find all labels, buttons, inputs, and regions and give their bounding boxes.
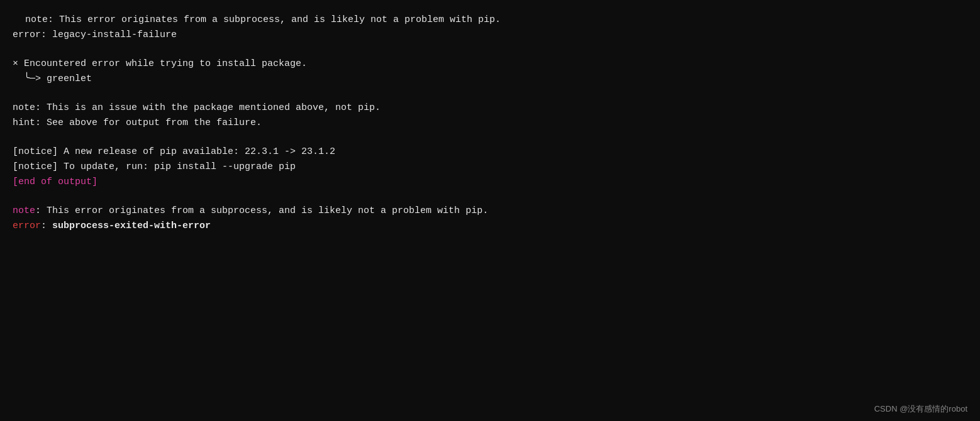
terminal-text: note: This error originates from a subpr… — [25, 14, 501, 25]
terminal-text: subprocess-exited-with-error — [52, 221, 211, 231]
terminal-line: × Encountered error while trying to inst… — [13, 57, 961, 72]
terminal-text: error: legacy-install-failure — [13, 30, 177, 40]
terminal-line: ╰─> greenlet — [13, 72, 961, 87]
terminal-line: note: This error originates from a subpr… — [13, 13, 961, 28]
terminal-text: note — [13, 205, 35, 216]
terminal-text: : — [41, 221, 52, 231]
terminal-window: note: This error originates from a subpr… — [0, 0, 980, 421]
blank-line — [13, 43, 961, 57]
terminal-line: note: This is an issue with the package … — [13, 101, 961, 116]
terminal-content: note: This error originates from a subpr… — [13, 13, 961, 234]
terminal-line: [end of output] — [13, 175, 961, 190]
terminal-text: [end of output] — [13, 177, 97, 187]
watermark: CSDN @没有感情的robot — [874, 403, 967, 415]
terminal-text: : This error originates from a subproces… — [35, 205, 488, 216]
terminal-text: error — [13, 221, 41, 231]
terminal-line: [notice] To update, run: pip install --u… — [13, 160, 961, 175]
terminal-text: [notice] To update, run: pip install --u… — [13, 161, 296, 172]
terminal-line: error: subprocess-exited-with-error — [13, 219, 961, 234]
terminal-text: [notice] A new release of pip available:… — [13, 146, 335, 157]
blank-line — [13, 131, 961, 145]
terminal-line: hint: See above for output from the fail… — [13, 116, 961, 131]
terminal-text: hint: See above for output from the fail… — [13, 118, 262, 128]
terminal-text: note: This is an issue with the package … — [13, 102, 381, 113]
terminal-line: [notice] A new release of pip available:… — [13, 145, 961, 160]
terminal-line: error: legacy-install-failure — [13, 28, 961, 43]
blank-line — [13, 190, 961, 204]
terminal-text: × Encountered error while trying to inst… — [13, 58, 307, 69]
blank-line — [13, 87, 961, 101]
terminal-line: note: This error originates from a subpr… — [13, 204, 961, 219]
terminal-text: ╰─> greenlet — [13, 74, 92, 84]
